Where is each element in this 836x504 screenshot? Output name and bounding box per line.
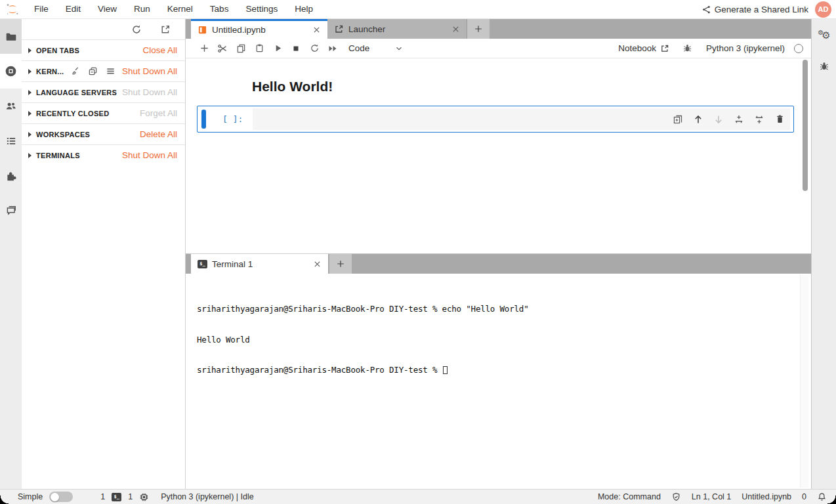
folder-icon [5,31,17,43]
open-in-new-button[interactable] [156,22,175,37]
jupyterlab-window: File Edit View Run Kernel Tabs Settings … [0,0,836,504]
play-icon [273,43,283,53]
new-terminal-button[interactable] [329,254,352,274]
interrupt-kernel-button[interactable] [287,41,305,56]
caret-right-icon[interactable] [28,90,31,95]
avatar[interactable]: AD [815,1,831,18]
notebook-scrollbar[interactable] [803,60,808,191]
shutdown-all-terminals-button[interactable]: Shut Down All [122,150,177,160]
cell-toolbar [672,106,785,132]
section-language-servers: LANGUAGE SERVERS Shut Down All [22,81,185,102]
copy-icon [236,43,246,53]
active-filename[interactable]: Untitled.ipynb [742,492,791,501]
cell-type-dropdown[interactable]: Code [348,43,404,53]
cell-collapser[interactable] [201,110,206,129]
sidebar-item-debugger[interactable] [812,51,836,82]
sidebar-item-running[interactable] [0,54,22,89]
bell-icon[interactable] [817,492,827,502]
launcher-icon [334,24,344,34]
stop-icon [291,44,301,53]
run-all-cells-button[interactable] [324,41,342,56]
close-icon[interactable] [312,26,321,34]
hamburger-icon[interactable] [106,66,115,76]
broom-icon[interactable] [70,66,80,76]
paste-icon [255,43,264,53]
debugger-toggle-button[interactable] [679,41,697,56]
cut-cell-button[interactable] [213,41,232,56]
sidebar-item-property-inspector[interactable]: ⚙⚙ [812,19,836,51]
refresh-button[interactable] [127,22,146,37]
section-terminals: TERMINALS Shut Down All [22,144,185,165]
cursor-position[interactable]: Ln 1, Col 1 [692,492,731,501]
sidebar-item-collaboration[interactable] [0,89,22,123]
menu-item-tabs[interactable]: Tabs [201,0,238,18]
sidebar-item-file-browser[interactable] [0,19,22,54]
paste-cell-button[interactable] [250,41,268,56]
close-all-button[interactable]: Close All [142,45,177,55]
tab-untitled-ipynb[interactable]: Untitled.ipynb [191,19,327,39]
sidebar-item-chat[interactable] [0,193,22,228]
menu-item-edit[interactable]: Edit [57,0,89,18]
copy-cell-button[interactable] [232,41,250,56]
insert-cell-button[interactable] [195,41,213,56]
caret-right-icon[interactable] [28,153,31,158]
notebook-toolbar: Code Notebook [186,39,811,58]
simple-mode-toggle[interactable] [49,492,73,502]
notification-count[interactable]: 0 [802,492,806,501]
switch-view-icon[interactable] [88,66,98,76]
plus-icon [336,259,345,268]
bug-icon [682,43,692,53]
delete-cell-button[interactable] [774,114,785,125]
shutdown-all-kernels-button[interactable]: Shut Down All [122,66,177,76]
menu-item-view[interactable]: View [89,0,125,18]
terminal-panel[interactable]: sriharithyagarajan@Sriharis-MacBook-Pro … [186,274,811,489]
insert-above-icon [734,114,744,125]
caret-right-icon[interactable] [28,132,31,137]
delete-all-workspaces-button[interactable]: Delete All [140,129,177,139]
menu-bar: File Edit View Run Kernel Tabs Settings … [0,0,836,19]
terminal-count[interactable]: 1 [128,492,133,501]
sidebar-item-table-of-contents[interactable] [0,123,22,158]
section-label: LANGUAGE SERVERS [36,89,117,96]
duplicate-cell-button[interactable] [672,114,684,125]
move-cell-up-button[interactable] [692,114,704,125]
mode-indicator[interactable]: Mode: Command [598,492,661,501]
menu-item-help[interactable]: Help [286,0,322,18]
close-icon[interactable] [451,25,460,33]
markdown-heading[interactable]: Hello World! [252,79,811,94]
menu-item-settings[interactable]: Settings [237,0,286,18]
gears-icon: ⚙⚙ [818,30,830,40]
code-cell[interactable]: [ ]: [197,106,794,133]
new-tab-button[interactable] [467,19,490,39]
restart-kernel-button[interactable] [305,41,324,56]
notebook-mode-indicator[interactable]: Notebook [618,43,669,53]
run-cell-button[interactable] [268,41,287,56]
kernel-name-button[interactable]: Python 3 (ipykernel) [706,43,785,53]
tab-terminal-1[interactable]: $_ Terminal 1 [191,254,328,274]
chevron-down-icon [394,44,404,53]
tab-label: Launcher [348,24,385,34]
section-label: WORKSPACES [36,131,90,138]
generate-shared-link-button[interactable]: Generate a Shared Link [701,5,808,14]
insert-cell-above-button[interactable] [733,114,745,125]
caret-right-icon[interactable] [28,111,31,116]
menu-item-run[interactable]: Run [125,0,159,18]
insert-below-icon [754,114,764,125]
tab-launcher[interactable]: Launcher [327,19,467,39]
terminal-scrollbar-track[interactable] [800,275,808,488]
screen-corner [827,495,836,504]
caret-right-icon[interactable] [28,48,31,53]
insert-cell-below-button[interactable] [753,114,765,125]
tab-label: Untitled.ipynb [212,25,266,35]
forget-all-button: Forget All [140,108,177,118]
open-tab-count[interactable]: 1 [100,492,105,501]
menu-item-kernel[interactable]: Kernel [159,0,201,18]
move-cell-down-button[interactable] [713,114,724,125]
sidebar-item-extensions[interactable] [0,158,22,193]
terminal-icon: $_ [198,260,207,268]
caret-right-icon[interactable] [28,69,31,74]
kernel-status-text[interactable]: Python 3 (ipykernel) | Idle [161,492,254,501]
menu-item-file[interactable]: File [26,0,57,18]
close-icon[interactable] [313,260,322,268]
section-label: OPEN TABS [36,47,79,54]
